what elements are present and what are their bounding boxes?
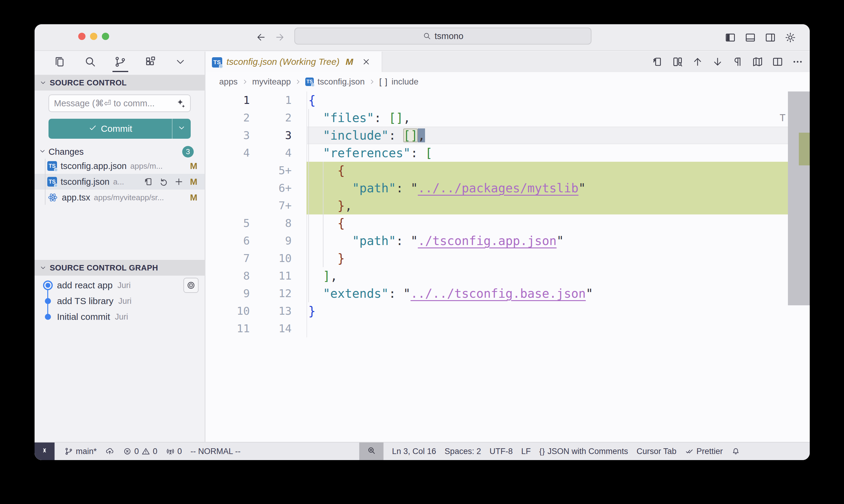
breadcrumb: appsmyviteappTStsconfig.json[ ]include	[206, 72, 810, 91]
status-left-items: main*000-- NORMAL --	[60, 443, 245, 460]
code-line[interactable]: 7+ },	[206, 197, 810, 214]
status-cursor-tab[interactable]: Cursor Tab	[632, 443, 681, 460]
source-control-graph-header[interactable]: SOURCE CONTROL GRAPH	[35, 260, 205, 276]
activity-search-icon[interactable]	[83, 54, 97, 70]
status-indentation[interactable]: Spaces: 2	[441, 443, 485, 460]
code-line[interactable]: 710 }	[206, 250, 810, 267]
scrollbar-thumb[interactable]	[788, 91, 810, 305]
code-line[interactable]: 1114	[206, 320, 810, 337]
commit-message-input[interactable]: Message (⌘⏎ to comm...	[49, 94, 191, 112]
traffic-light-maximize[interactable]	[102, 33, 109, 40]
open-file-icon[interactable]	[143, 177, 154, 187]
next-change-icon[interactable]	[711, 56, 724, 68]
code-line[interactable]: 44 "references": [	[206, 144, 810, 162]
traffic-light-minimize[interactable]	[90, 33, 97, 40]
changes-file-row[interactable]: TStsconfig.jsona...M	[35, 174, 205, 190]
remote-indicator[interactable]	[35, 443, 55, 460]
status-branch-status[interactable]: main*	[60, 443, 101, 460]
commit-button[interactable]: Commit	[49, 119, 191, 139]
code-line[interactable]: 58 {	[206, 214, 810, 232]
code-line[interactable]: 811 ],	[206, 267, 810, 285]
commit-row[interactable]: Initial commitJuri	[35, 309, 205, 325]
status-cursor-position[interactable]: Ln 3, Col 16	[388, 443, 441, 460]
traffic-light-close[interactable]	[78, 33, 86, 40]
changes-file-row[interactable]: app.tsxapps/myviteapp/sr...M	[35, 190, 205, 205]
ts-icon: TS	[212, 57, 222, 68]
code-line[interactable]: 69 "path": "./tsconfig.app.json"	[206, 232, 810, 250]
map-icon[interactable]	[752, 56, 764, 68]
file-link[interactable]: ../../tsconfig.base.json	[411, 287, 586, 301]
commit-dropdown-button[interactable]	[172, 119, 191, 139]
zoom-in-icon	[366, 446, 376, 457]
compare-icon[interactable]	[672, 56, 684, 68]
stage-icon[interactable]	[174, 177, 184, 187]
prev-change-icon[interactable]	[691, 56, 704, 68]
status-problems[interactable]: 00	[119, 443, 161, 460]
code-line[interactable]: 1013}	[206, 302, 810, 320]
tab-tsconfig-working-tree[interactable]: TS tsconfig.json (Working Tree) M	[206, 52, 382, 72]
commit-button-main[interactable]: Commit	[49, 119, 172, 139]
breadcrumb-item[interactable]: include	[392, 77, 419, 87]
activity-source-control-icon[interactable]	[113, 54, 127, 70]
line-number: 6+	[250, 179, 292, 197]
status-mid-items: Ln 3, Col 16Spaces: 2UTF-8LF{}JSON with …	[388, 443, 744, 460]
back-arrow-icon[interactable]	[256, 32, 267, 43]
forward-arrow-icon[interactable]	[274, 32, 286, 43]
status-encoding[interactable]: UTF-8	[485, 443, 517, 460]
code-line[interactable]: 22 "files": [],	[206, 109, 810, 127]
scrollbar[interactable]	[788, 91, 810, 442]
sparkle-icon[interactable]	[175, 98, 187, 111]
vscode-window: tsmono SOURCE CONTROL Message (⌘⏎ to com…	[35, 24, 810, 460]
breadcrumb-item[interactable]: tsconfig.json	[317, 77, 365, 87]
commit-row[interactable]: add react appJuri	[35, 277, 205, 293]
commit-graph-list: add react appJuriadd TS libraryJuriIniti…	[35, 277, 205, 325]
code-area[interactable]: 11{22 "files": [],33 "include": [],44 "r…	[206, 91, 810, 442]
source-control-header[interactable]: SOURCE CONTROL	[35, 75, 205, 91]
command-center-search[interactable]: tsmono	[294, 28, 591, 44]
layout-sidebar-right-icon[interactable]	[764, 32, 776, 43]
search-icon	[422, 32, 431, 41]
activity-chevron-down-icon[interactable]	[174, 55, 187, 69]
layout-panel-icon[interactable]	[744, 32, 756, 43]
code-line[interactable]: 912 "extends": "../../tsconfig.base.json…	[206, 285, 810, 302]
zoom-indicator[interactable]	[359, 443, 383, 460]
old-line-number	[206, 179, 250, 197]
breadcrumb-item[interactable]: myviteapp	[252, 77, 291, 87]
status-language-mode[interactable]: {}JSON with Comments	[535, 443, 632, 460]
minimap: T	[780, 109, 786, 127]
status-text: Prettier	[696, 447, 723, 456]
status-formatter[interactable]: Prettier	[681, 443, 727, 460]
code-line[interactable]: 6+ "path": "../../packages/mytslib"	[206, 179, 810, 197]
indent-guide	[308, 109, 309, 302]
layout-sidebar-left-icon[interactable]	[724, 32, 736, 43]
status-vim-mode[interactable]: -- NORMAL --	[186, 443, 245, 460]
status-eol[interactable]: LF	[517, 443, 535, 460]
commit-message-placeholder: Message (⌘⏎ to comm...	[54, 98, 155, 108]
code-line[interactable]: 5+ {	[206, 162, 810, 179]
chevron-down-icon	[39, 79, 47, 86]
commit-row[interactable]: add TS libraryJuri	[35, 293, 205, 309]
gear-dot-icon	[219, 64, 223, 69]
source-control-graph-title: SOURCE CONTROL GRAPH	[50, 263, 158, 273]
breadcrumb-item[interactable]: apps	[219, 77, 238, 87]
close-icon[interactable]	[362, 57, 371, 66]
old-line-number: 1	[206, 91, 250, 109]
gear-icon[interactable]	[784, 32, 796, 43]
activity-extensions-icon[interactable]	[143, 54, 158, 70]
code-line[interactable]: 11{	[206, 91, 810, 109]
changes-section-header[interactable]: Changes 3	[35, 145, 205, 158]
code-line[interactable]: 33 "include": [],	[206, 127, 810, 144]
activity-files-icon[interactable]	[52, 54, 67, 70]
status-ports[interactable]: 0	[161, 443, 186, 460]
file-link[interactable]: ./tsconfig.app.json	[418, 234, 556, 248]
split-editor-icon[interactable]	[772, 56, 784, 68]
status-sync-status[interactable]	[101, 443, 119, 460]
discard-icon[interactable]	[158, 177, 169, 187]
changes-file-row[interactable]: TStsconfig.app.jsonapps/m...M	[35, 158, 205, 174]
open-preview-icon[interactable]	[652, 56, 664, 68]
file-link[interactable]: ../../packages/mytslib	[418, 181, 579, 195]
pilcrow-icon[interactable]	[731, 56, 744, 68]
goto-target-button[interactable]	[184, 278, 199, 293]
more-icon[interactable]	[792, 56, 804, 68]
status-notifications[interactable]	[727, 443, 744, 460]
